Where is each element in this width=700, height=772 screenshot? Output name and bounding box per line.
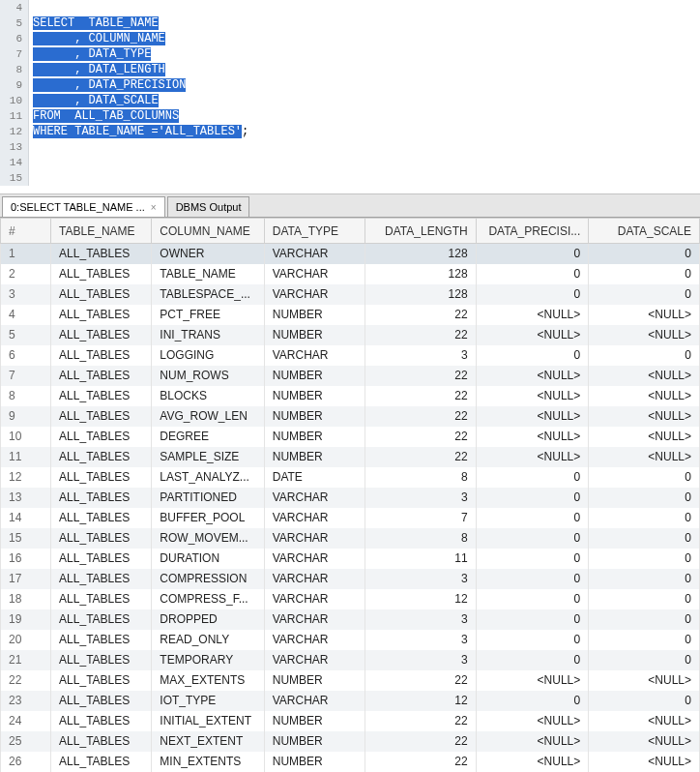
cell[interactable]: 8 xyxy=(1,386,51,406)
code-content[interactable] xyxy=(29,0,33,15)
cell[interactable]: 22 xyxy=(365,305,476,325)
column-header[interactable]: TABLE_NAME xyxy=(51,219,152,244)
cell[interactable]: 7 xyxy=(1,366,51,386)
cell[interactable]: LAST_ANALYZ... xyxy=(152,467,264,488)
cell[interactable]: NUM_ROWS xyxy=(152,366,264,386)
code-line[interactable]: 5SELECT TABLE_NAME xyxy=(0,15,700,31)
cell[interactable]: <NULL> xyxy=(476,386,589,406)
table-row[interactable]: 5ALL_TABLESINI_TRANSNUMBER22<NULL><NULL> xyxy=(1,325,700,345)
code-line[interactable]: 6 , COLUMN_NAME xyxy=(0,31,700,46)
table-row[interactable]: 20ALL_TABLESREAD_ONLYVARCHAR300 xyxy=(1,630,700,650)
cell[interactable]: VARCHAR xyxy=(264,589,365,609)
cell[interactable]: 9 xyxy=(1,406,51,427)
cell[interactable]: <NULL> xyxy=(476,305,589,325)
cell[interactable]: NUMBER xyxy=(264,305,365,325)
cell[interactable]: <NULL> xyxy=(476,731,589,752)
table-row[interactable]: 12ALL_TABLESLAST_ANALYZ...DATE800 xyxy=(1,467,700,488)
close-icon[interactable]: × xyxy=(151,202,157,213)
cell[interactable]: VARCHAR xyxy=(264,609,365,630)
cell[interactable]: NUMBER xyxy=(264,752,365,772)
cell[interactable]: INI_TRANS xyxy=(152,325,264,345)
cell[interactable]: <NULL> xyxy=(476,427,589,447)
cell[interactable]: 0 xyxy=(476,549,589,569)
code-line[interactable]: 8 , DATA_LENGTH xyxy=(0,62,700,77)
cell[interactable]: PCT_FREE xyxy=(152,305,264,325)
cell[interactable]: DROPPED xyxy=(152,609,264,630)
cell[interactable]: 0 xyxy=(476,508,589,528)
cell[interactable]: ROW_MOVEM... xyxy=(152,528,264,549)
cell[interactable]: 1 xyxy=(1,244,51,264)
cell[interactable]: ALL_TABLES xyxy=(51,264,152,284)
code-line[interactable]: 13 xyxy=(0,139,700,155)
table-row[interactable]: 10ALL_TABLESDEGREENUMBER22<NULL><NULL> xyxy=(1,427,700,447)
cell[interactable]: INITIAL_EXTENT xyxy=(152,711,264,731)
cell[interactable]: <NULL> xyxy=(589,731,700,752)
cell[interactable]: 0 xyxy=(476,630,589,650)
column-header[interactable]: COLUMN_NAME xyxy=(152,219,264,244)
cell[interactable]: 0 xyxy=(589,549,700,569)
code-line[interactable]: 7 , DATA_TYPE xyxy=(0,46,700,62)
column-header[interactable]: DATA_LENGTH xyxy=(365,219,476,244)
cell[interactable]: 22 xyxy=(365,406,476,427)
cell[interactable]: 21 xyxy=(1,650,51,670)
cell[interactable]: <NULL> xyxy=(589,670,700,691)
cell[interactable]: VARCHAR xyxy=(264,528,365,549)
tab-query-result[interactable]: 0:SELECT TABLE_NAME ... × xyxy=(2,196,165,217)
cell[interactable]: 0 xyxy=(589,528,700,549)
table-row[interactable]: 1ALL_TABLESOWNERVARCHAR12800 xyxy=(1,244,700,264)
cell[interactable]: VARCHAR xyxy=(264,630,365,650)
table-row[interactable]: 4ALL_TABLESPCT_FREENUMBER22<NULL><NULL> xyxy=(1,305,700,325)
code-line[interactable]: 11FROM ALL_TAB_COLUMNS xyxy=(0,108,700,124)
cell[interactable]: 5 xyxy=(1,325,51,345)
cell[interactable]: NEXT_EXTENT xyxy=(152,731,264,752)
code-content[interactable]: , DATA_TYPE xyxy=(29,46,151,62)
cell[interactable]: ALL_TABLES xyxy=(51,244,152,264)
cell[interactable]: DATE xyxy=(264,467,365,488)
cell[interactable]: BUFFER_POOL xyxy=(152,508,264,528)
cell[interactable]: ALL_TABLES xyxy=(51,305,152,325)
cell[interactable]: ALL_TABLES xyxy=(51,670,152,691)
cell[interactable]: VARCHAR xyxy=(264,345,365,366)
cell[interactable]: VARCHAR xyxy=(264,549,365,569)
cell[interactable]: NUMBER xyxy=(264,447,365,467)
code-content[interactable] xyxy=(29,139,33,155)
cell[interactable]: 128 xyxy=(365,284,476,305)
cell[interactable]: 6 xyxy=(1,345,51,366)
table-row[interactable]: 25ALL_TABLESNEXT_EXTENTNUMBER22<NULL><NU… xyxy=(1,731,700,752)
cell[interactable]: <NULL> xyxy=(476,670,589,691)
cell[interactable]: VARCHAR xyxy=(264,264,365,284)
column-header[interactable]: DATA_PRECISI... xyxy=(476,219,589,244)
cell[interactable]: VARCHAR xyxy=(264,244,365,264)
cell[interactable]: <NULL> xyxy=(476,711,589,731)
cell[interactable]: 3 xyxy=(1,284,51,305)
cell[interactable]: ALL_TABLES xyxy=(51,549,152,569)
cell[interactable]: 22 xyxy=(365,752,476,772)
table-row[interactable]: 6ALL_TABLESLOGGINGVARCHAR300 xyxy=(1,345,700,366)
cell[interactable]: TEMPORARY xyxy=(152,650,264,670)
table-row[interactable]: 2ALL_TABLESTABLE_NAMEVARCHAR12800 xyxy=(1,264,700,284)
cell[interactable]: 0 xyxy=(589,569,700,589)
cell[interactable]: ALL_TABLES xyxy=(51,752,152,772)
cell[interactable]: BLOCKS xyxy=(152,386,264,406)
cell[interactable]: DURATION xyxy=(152,549,264,569)
cell[interactable]: ALL_TABLES xyxy=(51,467,152,488)
cell[interactable]: 8 xyxy=(365,467,476,488)
cell[interactable]: NUMBER xyxy=(264,406,365,427)
cell[interactable]: <NULL> xyxy=(476,325,589,345)
cell[interactable]: 22 xyxy=(365,711,476,731)
cell[interactable]: ALL_TABLES xyxy=(51,488,152,508)
cell[interactable]: VARCHAR xyxy=(264,569,365,589)
cell[interactable]: IOT_TYPE xyxy=(152,691,264,711)
cell[interactable]: NUMBER xyxy=(264,731,365,752)
cell[interactable]: 0 xyxy=(476,569,589,589)
cell[interactable]: 0 xyxy=(589,630,700,650)
cell[interactable]: VARCHAR xyxy=(264,650,365,670)
cell[interactable]: 25 xyxy=(1,731,51,752)
table-row[interactable]: 7ALL_TABLESNUM_ROWSNUMBER22<NULL><NULL> xyxy=(1,366,700,386)
cell[interactable]: 0 xyxy=(476,467,589,488)
table-row[interactable]: 14ALL_TABLESBUFFER_POOLVARCHAR700 xyxy=(1,508,700,528)
cell[interactable]: ALL_TABLES xyxy=(51,691,152,711)
cell[interactable]: 0 xyxy=(589,589,700,609)
cell[interactable]: 0 xyxy=(589,467,700,488)
cell[interactable]: ALL_TABLES xyxy=(51,569,152,589)
